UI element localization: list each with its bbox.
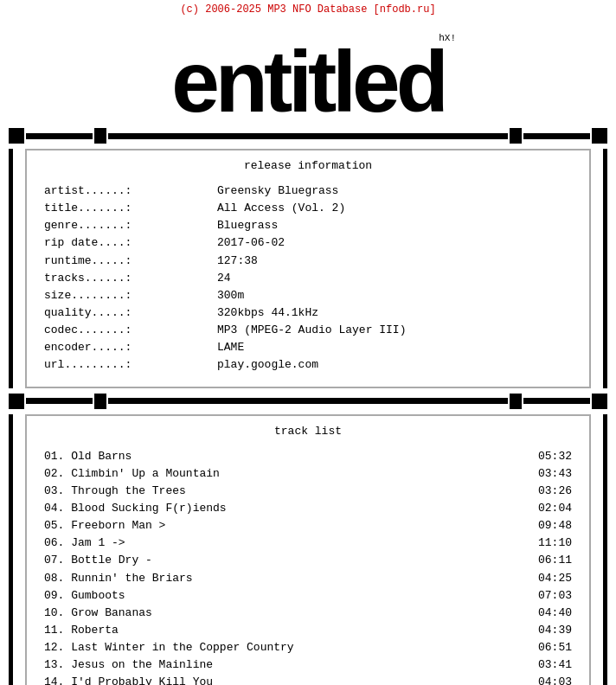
track-time: 04:39 bbox=[529, 622, 572, 639]
track-name: 03. Through the Trees bbox=[44, 483, 529, 500]
track-row: 11. Roberta04:39 bbox=[44, 622, 572, 639]
info-label: codec.......: bbox=[44, 322, 217, 339]
info-label: artist......: bbox=[44, 182, 217, 200]
track-row: 06. Jam 1 ->11:10 bbox=[44, 535, 572, 552]
track-name: 13. Jesus on the Mainline bbox=[44, 656, 529, 674]
track-name: 08. Runnin' the Briars bbox=[44, 570, 529, 587]
tracklist-section: track list 01. Old Barns05:3202. Climbin… bbox=[25, 414, 591, 685]
info-label: runtime.....: bbox=[44, 253, 217, 270]
info-row: title.......:All Access (Vol. 2) bbox=[44, 200, 572, 217]
track-time: 03:43 bbox=[529, 465, 572, 483]
release-title: release information bbox=[44, 159, 572, 172]
info-value: All Access (Vol. 2) bbox=[217, 200, 345, 217]
info-row: runtime.....:127:38 bbox=[44, 253, 572, 270]
info-row: url.........:play.google.com bbox=[44, 356, 572, 374]
info-row: rip date....:2017-06-02 bbox=[44, 234, 572, 252]
track-row: 14. I'd Probably Kill You04:03 bbox=[44, 674, 572, 685]
track-row: 13. Jesus on the Mainline03:41 bbox=[44, 656, 572, 674]
info-value: MP3 (MPEG-2 Audio Layer III) bbox=[217, 322, 406, 339]
track-row: 07. Bottle Dry -06:11 bbox=[44, 552, 572, 569]
info-label: encoder.....: bbox=[44, 339, 217, 356]
track-time: 05:32 bbox=[529, 448, 572, 465]
top-border bbox=[9, 128, 607, 144]
svg-text:entitled: entitled bbox=[171, 33, 445, 125]
mid-border bbox=[9, 394, 607, 409]
info-label: genre.......: bbox=[44, 217, 217, 234]
info-value: 2017-06-02 bbox=[217, 234, 285, 252]
track-time: 04:25 bbox=[529, 570, 572, 587]
copyright-text: (c) 2006-2025 MP3 NFO Database [nfodb.ru… bbox=[0, 0, 616, 17]
logo-svg: entitled bbox=[14, 21, 602, 125]
info-label: url.........: bbox=[44, 356, 217, 374]
info-row: genre.......:Bluegrass bbox=[44, 217, 572, 234]
info-value: play.google.com bbox=[217, 356, 318, 374]
info-label: tracks......: bbox=[44, 270, 217, 287]
track-time: 11:10 bbox=[529, 535, 572, 552]
track-time: 03:41 bbox=[529, 656, 572, 674]
info-row: size........:300m bbox=[44, 287, 572, 304]
info-label: rip date....: bbox=[44, 234, 217, 252]
track-time: 02:04 bbox=[529, 500, 572, 517]
track-row: 08. Runnin' the Briars04:25 bbox=[44, 570, 572, 587]
info-row: encoder.....:LAME bbox=[44, 339, 572, 356]
track-time: 06:51 bbox=[529, 639, 572, 656]
track-name: 06. Jam 1 -> bbox=[44, 535, 529, 552]
info-value: 127:38 bbox=[217, 253, 258, 270]
info-label: title.......: bbox=[44, 200, 217, 217]
logo-area: hX! entitled bbox=[0, 17, 616, 128]
release-section-wrapper: release information artist......:Greensk… bbox=[9, 149, 607, 388]
info-row: tracks......:24 bbox=[44, 270, 572, 287]
track-name: 05. Freeborn Man > bbox=[44, 517, 529, 535]
track-time: 07:03 bbox=[529, 587, 572, 605]
track-time: 04:03 bbox=[529, 674, 572, 685]
tracklist-title: track list bbox=[44, 425, 572, 438]
track-rows: 01. Old Barns05:3202. Climbin' Up a Moun… bbox=[44, 448, 572, 685]
track-time: 04:40 bbox=[529, 605, 572, 622]
info-value: Bluegrass bbox=[217, 217, 278, 234]
info-label: quality.....: bbox=[44, 304, 217, 322]
info-value: Greensky Bluegrass bbox=[217, 182, 338, 200]
track-row: 01. Old Barns05:32 bbox=[44, 448, 572, 465]
hx-badge: hX! bbox=[439, 33, 456, 43]
track-row: 12. Last Winter in the Copper Country06:… bbox=[44, 639, 572, 656]
track-name: 07. Bottle Dry - bbox=[44, 552, 529, 569]
track-row: 09. Gumboots07:03 bbox=[44, 587, 572, 605]
info-value: 300m bbox=[217, 287, 244, 304]
track-name: 01. Old Barns bbox=[44, 448, 529, 465]
info-value: 320kbps 44.1kHz bbox=[217, 304, 318, 322]
track-row: 10. Grow Bananas04:40 bbox=[44, 605, 572, 622]
info-value: LAME bbox=[217, 339, 244, 356]
track-name: 14. I'd Probably Kill You bbox=[44, 674, 529, 685]
track-row: 04. Blood Sucking F(r)iends02:04 bbox=[44, 500, 572, 517]
track-time: 03:26 bbox=[529, 483, 572, 500]
info-value: 24 bbox=[217, 270, 231, 287]
info-row: codec.......:MP3 (MPEG-2 Audio Layer III… bbox=[44, 322, 572, 339]
track-row: 02. Climbin' Up a Mountain03:43 bbox=[44, 465, 572, 483]
track-time: 06:11 bbox=[529, 552, 572, 569]
track-row: 03. Through the Trees03:26 bbox=[44, 483, 572, 500]
track-name: 04. Blood Sucking F(r)iends bbox=[44, 500, 529, 517]
info-row: artist......:Greensky Bluegrass bbox=[44, 182, 572, 200]
track-name: 09. Gumboots bbox=[44, 587, 529, 605]
release-fields: artist......:Greensky Bluegrasstitle....… bbox=[44, 182, 572, 375]
info-row: quality.....:320kbps 44.1kHz bbox=[44, 304, 572, 322]
release-section: release information artist......:Greensk… bbox=[25, 149, 591, 388]
info-label: size........: bbox=[44, 287, 217, 304]
tracklist-section-wrapper: track list 01. Old Barns05:3202. Climbin… bbox=[9, 414, 607, 685]
track-name: 10. Grow Bananas bbox=[44, 605, 529, 622]
track-name: 11. Roberta bbox=[44, 622, 529, 639]
track-row: 05. Freeborn Man >09:48 bbox=[44, 517, 572, 535]
track-name: 12. Last Winter in the Copper Country bbox=[44, 639, 529, 656]
track-time: 09:48 bbox=[529, 517, 572, 535]
track-name: 02. Climbin' Up a Mountain bbox=[44, 465, 529, 483]
